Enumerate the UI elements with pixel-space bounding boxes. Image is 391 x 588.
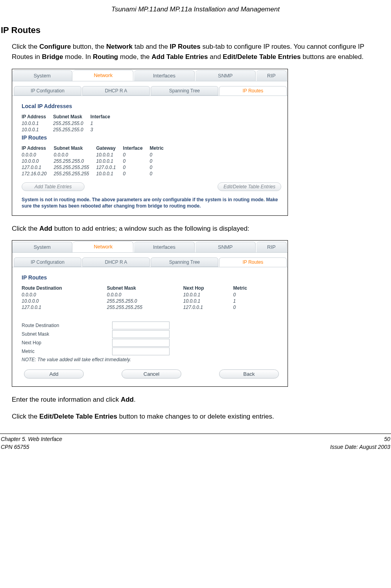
cell: 0.0.0.0 <box>107 292 183 298</box>
next-hop-input[interactable] <box>112 339 170 347</box>
cell: 0 <box>123 158 150 164</box>
cell: 0 <box>150 164 171 171</box>
add-button[interactable]: Add <box>24 369 84 379</box>
tab-system[interactable]: System <box>12 70 72 81</box>
label-route-destination: Route Destination <box>22 323 112 328</box>
tab-rip[interactable]: RIP <box>256 70 287 81</box>
table-row: 0.0.0.00.0.0.010.0.0.10 <box>22 292 271 298</box>
col-header: Gateway <box>96 145 123 152</box>
text-bold: Add <box>39 225 52 232</box>
text-bold: IP Routes <box>170 43 201 50</box>
text-bold: Edit/Delete Table Entries <box>223 53 301 61</box>
cell: 10.0.0.1 <box>183 292 233 298</box>
subtab-ip-configuration[interactable]: IP Configuration <box>14 86 81 96</box>
cell: 10.0.0.1 <box>96 158 123 164</box>
cell: 1 <box>90 120 117 127</box>
table-row: 127.0.0.1255.255.255.255127.0.0.100 <box>22 164 171 171</box>
add-table-entries-button[interactable]: Add Table Entries <box>22 182 85 191</box>
cell: 10.0.0.1 <box>96 152 123 158</box>
cell: 172.16.0.20 <box>22 171 53 177</box>
cell: 0 <box>123 171 150 177</box>
text: button, the <box>71 43 106 50</box>
text-bold: Configure <box>39 43 71 50</box>
text: Click the <box>12 43 39 50</box>
col-header: Subnet Mask <box>53 113 90 120</box>
text-bold: Network <box>106 43 133 50</box>
tab-snmp[interactable]: SNMP <box>196 242 256 252</box>
cell: 255.255.255.0 <box>53 158 96 164</box>
cell: 10.0.0.1 <box>183 298 233 304</box>
paragraph-1: Click the Configure button, the Network … <box>12 42 391 62</box>
cell: 127.0.0.1 <box>22 164 53 171</box>
text-bold: Bridge <box>42 53 63 61</box>
cell: 0 <box>150 158 171 164</box>
col-header: Metric <box>233 285 271 292</box>
subtab-ip-routes[interactable]: IP Routes <box>219 86 287 96</box>
footer-issue-date: Issue Date: August 2003 <box>330 443 390 451</box>
route-destination-input[interactable] <box>112 322 170 329</box>
footer-page-number: 50 <box>330 435 390 443</box>
cell: 255.255.255.0 <box>53 120 90 127</box>
cell: 10.0.0.1 <box>22 127 53 133</box>
heading-local-ip: Local IP Addresses <box>22 103 281 109</box>
tab-interfaces[interactable]: Interfaces <box>134 242 194 252</box>
tab-network[interactable]: Network <box>73 70 133 81</box>
cell: 0 <box>123 164 150 171</box>
paragraph-4: Click the Edit/Delete Table Entries butt… <box>12 412 391 422</box>
subtab-spanning-tree[interactable]: Spanning Tree <box>151 86 218 96</box>
heading-ip-routes: IP Routes <box>22 134 281 141</box>
cancel-button[interactable]: Cancel <box>122 369 181 379</box>
tab-rip[interactable]: RIP <box>256 242 287 252</box>
subtab-ip-configuration[interactable]: IP Configuration <box>14 257 81 267</box>
subtab-spanning-tree[interactable]: Spanning Tree <box>151 257 218 267</box>
doc-header: Tsunami MP.11and MP.11a Installation and… <box>0 4 391 25</box>
paragraph-2: Click the Add button to add entries; a w… <box>12 224 391 234</box>
col-header: IP Address <box>22 145 53 152</box>
cell: 0.0.0.0 <box>53 152 96 158</box>
col-header: Interface <box>90 113 117 120</box>
col-header: Subnet Mask <box>53 145 96 152</box>
cell: 0.0.0.0 <box>22 152 53 158</box>
text: mode. In <box>63 53 93 61</box>
cell: 255.255.255.0 <box>107 298 183 304</box>
table-row: 0.0.0.00.0.0.010.0.0.100 <box>22 152 171 158</box>
tab-system[interactable]: System <box>12 242 72 252</box>
col-header: Next Hop <box>183 285 233 292</box>
tab-network[interactable]: Network <box>73 241 133 252</box>
label-metric: Metric <box>22 349 112 354</box>
cell: 127.0.0.1 <box>183 304 233 311</box>
text: . <box>134 396 136 403</box>
col-header: Route Destination <box>22 285 107 292</box>
metric-input[interactable] <box>112 347 170 355</box>
cell: 10.0.0.0 <box>22 158 53 164</box>
text: Click the <box>12 225 39 232</box>
subtab-dhcp-ra[interactable]: DHCP R A <box>82 257 150 267</box>
subtab-ip-routes[interactable]: IP Routes <box>219 257 287 267</box>
back-button[interactable]: Back <box>219 369 279 379</box>
page-footer: Chapter 5. Web Interface CPN 65755 50 Is… <box>0 435 391 455</box>
text-bold: Add Table Entries <box>151 53 208 61</box>
cell: 0 <box>233 304 271 311</box>
text-bold: Add <box>121 396 134 403</box>
tab-interfaces[interactable]: Interfaces <box>134 70 194 81</box>
subnet-mask-input[interactable] <box>112 330 170 338</box>
footer-cpn: CPN 65755 <box>1 443 62 451</box>
cell: 255.255.255.0 <box>53 127 90 133</box>
table-row: 10.0.0.1 255.255.255.0 3 <box>22 127 117 133</box>
cell: 255.255.255.255 <box>53 171 96 177</box>
routing-mode-warning: System is not in routing mode. The above… <box>22 197 281 209</box>
cell: 0 <box>233 292 271 298</box>
text: mode, the <box>118 53 151 61</box>
table-local-ip: IP Address Subnet Mask Interface 10.0.0.… <box>22 113 117 133</box>
screenshot-ip-routes-add: System Network Interfaces SNMP RIP IP Co… <box>12 240 288 387</box>
label-next-hop: Next Hop <box>22 340 112 345</box>
col-header: IP Address <box>22 113 53 120</box>
paragraph-3: Enter the route information and click Ad… <box>12 395 391 405</box>
screenshot-ip-routes-view: System Network Interfaces SNMP RIP IP Co… <box>12 69 288 216</box>
edit-delete-table-entries-button[interactable]: Edit/Delete Table Entries <box>218 182 281 191</box>
cell: 0.0.0.0 <box>22 292 107 298</box>
table-row: 172.16.0.20255.255.255.25510.0.0.100 <box>22 171 171 177</box>
subtab-dhcp-ra[interactable]: DHCP R A <box>82 86 150 96</box>
tab-snmp[interactable]: SNMP <box>196 70 256 81</box>
cell: 255.255.255.255 <box>107 304 183 311</box>
